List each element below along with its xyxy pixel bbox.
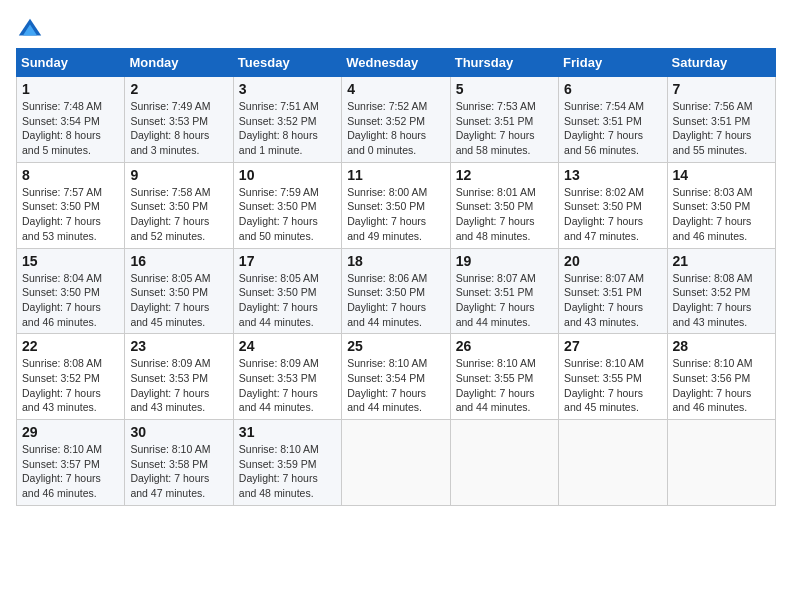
day-number: 6 — [564, 81, 661, 97]
calendar-cell: 25Sunrise: 8:10 AMSunset: 3:54 PMDayligh… — [342, 334, 450, 420]
day-number: 17 — [239, 253, 336, 269]
day-info: Sunrise: 8:05 AMSunset: 3:50 PMDaylight:… — [239, 271, 336, 330]
day-number: 2 — [130, 81, 227, 97]
day-number: 12 — [456, 167, 553, 183]
day-number: 24 — [239, 338, 336, 354]
day-info: Sunrise: 7:48 AMSunset: 3:54 PMDaylight:… — [22, 99, 119, 158]
calendar-cell — [559, 420, 667, 506]
logo — [16, 16, 48, 44]
day-info: Sunrise: 7:54 AMSunset: 3:51 PMDaylight:… — [564, 99, 661, 158]
calendar-cell: 8Sunrise: 7:57 AMSunset: 3:50 PMDaylight… — [17, 162, 125, 248]
calendar-cell: 5Sunrise: 7:53 AMSunset: 3:51 PMDaylight… — [450, 77, 558, 163]
calendar-cell: 3Sunrise: 7:51 AMSunset: 3:52 PMDaylight… — [233, 77, 341, 163]
day-info: Sunrise: 8:10 AMSunset: 3:58 PMDaylight:… — [130, 442, 227, 501]
calendar-cell: 2Sunrise: 7:49 AMSunset: 3:53 PMDaylight… — [125, 77, 233, 163]
day-info: Sunrise: 7:58 AMSunset: 3:50 PMDaylight:… — [130, 185, 227, 244]
day-number: 22 — [22, 338, 119, 354]
calendar-cell: 31Sunrise: 8:10 AMSunset: 3:59 PMDayligh… — [233, 420, 341, 506]
calendar-cell: 9Sunrise: 7:58 AMSunset: 3:50 PMDaylight… — [125, 162, 233, 248]
day-info: Sunrise: 8:09 AMSunset: 3:53 PMDaylight:… — [239, 356, 336, 415]
day-info: Sunrise: 7:51 AMSunset: 3:52 PMDaylight:… — [239, 99, 336, 158]
day-number: 11 — [347, 167, 444, 183]
logo-icon — [16, 16, 44, 44]
calendar-cell: 30Sunrise: 8:10 AMSunset: 3:58 PMDayligh… — [125, 420, 233, 506]
calendar-cell: 24Sunrise: 8:09 AMSunset: 3:53 PMDayligh… — [233, 334, 341, 420]
calendar-table: SundayMondayTuesdayWednesdayThursdayFrid… — [16, 48, 776, 506]
header-monday: Monday — [125, 49, 233, 77]
day-number: 16 — [130, 253, 227, 269]
calendar-cell: 4Sunrise: 7:52 AMSunset: 3:52 PMDaylight… — [342, 77, 450, 163]
day-info: Sunrise: 8:04 AMSunset: 3:50 PMDaylight:… — [22, 271, 119, 330]
day-number: 3 — [239, 81, 336, 97]
header-tuesday: Tuesday — [233, 49, 341, 77]
calendar-week-row: 1Sunrise: 7:48 AMSunset: 3:54 PMDaylight… — [17, 77, 776, 163]
day-number: 18 — [347, 253, 444, 269]
day-number: 7 — [673, 81, 770, 97]
calendar-week-row: 29Sunrise: 8:10 AMSunset: 3:57 PMDayligh… — [17, 420, 776, 506]
day-number: 9 — [130, 167, 227, 183]
header-wednesday: Wednesday — [342, 49, 450, 77]
day-info: Sunrise: 8:07 AMSunset: 3:51 PMDaylight:… — [564, 271, 661, 330]
day-number: 14 — [673, 167, 770, 183]
day-number: 25 — [347, 338, 444, 354]
day-number: 31 — [239, 424, 336, 440]
header-friday: Friday — [559, 49, 667, 77]
day-number: 29 — [22, 424, 119, 440]
calendar-header-row: SundayMondayTuesdayWednesdayThursdayFrid… — [17, 49, 776, 77]
calendar-cell: 20Sunrise: 8:07 AMSunset: 3:51 PMDayligh… — [559, 248, 667, 334]
day-number: 5 — [456, 81, 553, 97]
header-sunday: Sunday — [17, 49, 125, 77]
day-info: Sunrise: 7:57 AMSunset: 3:50 PMDaylight:… — [22, 185, 119, 244]
calendar-cell: 19Sunrise: 8:07 AMSunset: 3:51 PMDayligh… — [450, 248, 558, 334]
calendar-cell: 10Sunrise: 7:59 AMSunset: 3:50 PMDayligh… — [233, 162, 341, 248]
day-info: Sunrise: 7:49 AMSunset: 3:53 PMDaylight:… — [130, 99, 227, 158]
calendar-cell: 17Sunrise: 8:05 AMSunset: 3:50 PMDayligh… — [233, 248, 341, 334]
day-number: 4 — [347, 81, 444, 97]
day-info: Sunrise: 7:53 AMSunset: 3:51 PMDaylight:… — [456, 99, 553, 158]
header-thursday: Thursday — [450, 49, 558, 77]
day-info: Sunrise: 7:59 AMSunset: 3:50 PMDaylight:… — [239, 185, 336, 244]
calendar-cell: 18Sunrise: 8:06 AMSunset: 3:50 PMDayligh… — [342, 248, 450, 334]
page-header — [16, 16, 776, 44]
calendar-cell: 13Sunrise: 8:02 AMSunset: 3:50 PMDayligh… — [559, 162, 667, 248]
calendar-cell: 29Sunrise: 8:10 AMSunset: 3:57 PMDayligh… — [17, 420, 125, 506]
day-number: 23 — [130, 338, 227, 354]
calendar-cell: 28Sunrise: 8:10 AMSunset: 3:56 PMDayligh… — [667, 334, 775, 420]
day-number: 30 — [130, 424, 227, 440]
day-info: Sunrise: 7:56 AMSunset: 3:51 PMDaylight:… — [673, 99, 770, 158]
day-info: Sunrise: 8:10 AMSunset: 3:56 PMDaylight:… — [673, 356, 770, 415]
day-number: 21 — [673, 253, 770, 269]
day-number: 19 — [456, 253, 553, 269]
day-info: Sunrise: 8:03 AMSunset: 3:50 PMDaylight:… — [673, 185, 770, 244]
day-number: 8 — [22, 167, 119, 183]
calendar-cell: 1Sunrise: 7:48 AMSunset: 3:54 PMDaylight… — [17, 77, 125, 163]
day-info: Sunrise: 8:01 AMSunset: 3:50 PMDaylight:… — [456, 185, 553, 244]
calendar-cell: 11Sunrise: 8:00 AMSunset: 3:50 PMDayligh… — [342, 162, 450, 248]
calendar-week-row: 8Sunrise: 7:57 AMSunset: 3:50 PMDaylight… — [17, 162, 776, 248]
day-info: Sunrise: 8:10 AMSunset: 3:55 PMDaylight:… — [456, 356, 553, 415]
calendar-cell — [667, 420, 775, 506]
day-number: 1 — [22, 81, 119, 97]
day-info: Sunrise: 8:05 AMSunset: 3:50 PMDaylight:… — [130, 271, 227, 330]
calendar-week-row: 22Sunrise: 8:08 AMSunset: 3:52 PMDayligh… — [17, 334, 776, 420]
day-number: 15 — [22, 253, 119, 269]
day-info: Sunrise: 8:02 AMSunset: 3:50 PMDaylight:… — [564, 185, 661, 244]
calendar-cell: 21Sunrise: 8:08 AMSunset: 3:52 PMDayligh… — [667, 248, 775, 334]
day-info: Sunrise: 8:08 AMSunset: 3:52 PMDaylight:… — [673, 271, 770, 330]
day-number: 26 — [456, 338, 553, 354]
day-info: Sunrise: 8:10 AMSunset: 3:59 PMDaylight:… — [239, 442, 336, 501]
day-number: 10 — [239, 167, 336, 183]
calendar-cell: 22Sunrise: 8:08 AMSunset: 3:52 PMDayligh… — [17, 334, 125, 420]
calendar-cell — [450, 420, 558, 506]
calendar-cell: 26Sunrise: 8:10 AMSunset: 3:55 PMDayligh… — [450, 334, 558, 420]
day-info: Sunrise: 8:06 AMSunset: 3:50 PMDaylight:… — [347, 271, 444, 330]
calendar-cell: 15Sunrise: 8:04 AMSunset: 3:50 PMDayligh… — [17, 248, 125, 334]
day-info: Sunrise: 8:07 AMSunset: 3:51 PMDaylight:… — [456, 271, 553, 330]
calendar-cell: 16Sunrise: 8:05 AMSunset: 3:50 PMDayligh… — [125, 248, 233, 334]
calendar-cell: 14Sunrise: 8:03 AMSunset: 3:50 PMDayligh… — [667, 162, 775, 248]
calendar-cell — [342, 420, 450, 506]
day-number: 27 — [564, 338, 661, 354]
day-number: 28 — [673, 338, 770, 354]
calendar-cell: 12Sunrise: 8:01 AMSunset: 3:50 PMDayligh… — [450, 162, 558, 248]
day-info: Sunrise: 8:09 AMSunset: 3:53 PMDaylight:… — [130, 356, 227, 415]
